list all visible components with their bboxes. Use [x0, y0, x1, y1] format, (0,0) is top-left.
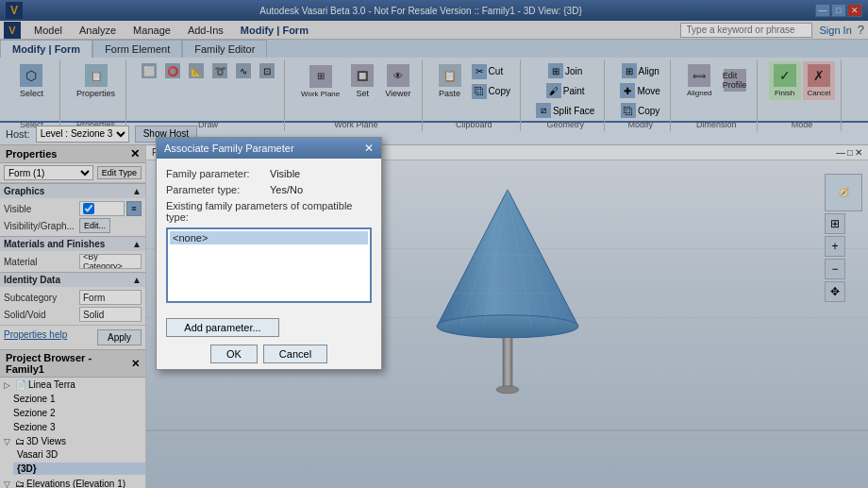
ok-cancel-buttons: OK Cancel [166, 345, 372, 363]
params-listbox[interactable]: <none> [166, 227, 372, 303]
family-param-label: Family parameter: [166, 168, 270, 179]
add-param-btn[interactable]: Add parameter... [166, 318, 279, 337]
dialog-body: Family parameter: Visible Parameter type… [157, 159, 381, 312]
param-type-label: Parameter type: [166, 184, 270, 195]
cancel-btn[interactable]: Cancel [263, 345, 327, 363]
param-type-value: Yes/No [270, 184, 303, 195]
family-param-row: Family parameter: Visible [166, 168, 372, 179]
dialog-close-icon[interactable]: ✕ [364, 142, 374, 155]
family-param-value: Visible [270, 168, 300, 179]
associate-family-param-dialog: Associate Family Parameter ✕ Family para… [156, 137, 382, 370]
listbox-item-none[interactable]: <none> [170, 231, 368, 244]
existing-params-label: Existing family parameters of compatible… [166, 200, 372, 223]
dialog-title-text: Associate Family Parameter [164, 143, 294, 154]
existing-params-section: Existing family parameters of compatible… [166, 200, 372, 303]
dialog-overlay: Associate Family Parameter ✕ Family para… [0, 0, 868, 488]
dialog-title-bar: Associate Family Parameter ✕ [157, 138, 381, 159]
dialog-footer: Add parameter... OK Cancel [157, 312, 381, 369]
ok-btn[interactable]: OK [210, 345, 258, 363]
param-type-row: Parameter type: Yes/No [166, 184, 372, 195]
